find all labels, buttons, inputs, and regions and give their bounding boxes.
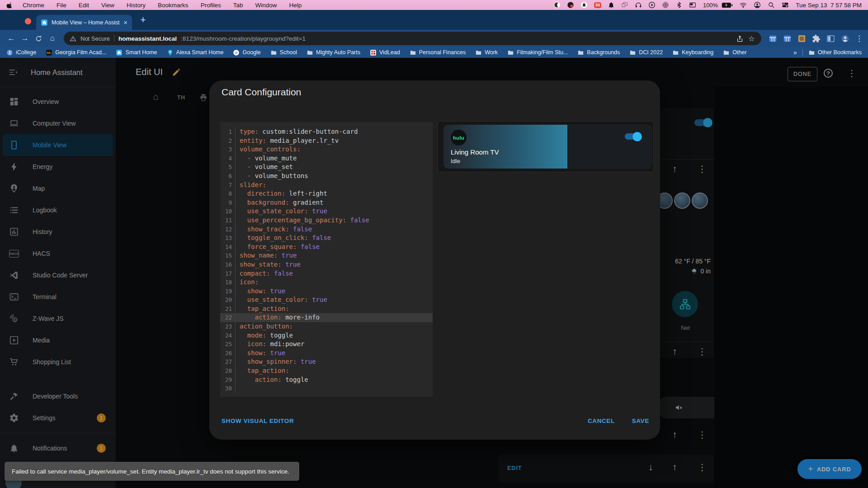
extension-icon-split[interactable] <box>826 34 835 43</box>
bookmark-item[interactable]: Keyboarding <box>672 49 713 56</box>
bookmark-item[interactable]: Other <box>723 49 746 56</box>
menu-item[interactable]: Bookmarks <box>158 2 189 9</box>
url-host: homeassistant.local <box>118 35 177 42</box>
spotlight-search-icon[interactable] <box>768 1 775 9</box>
error-toast[interactable]: Failed to call service media_player/volu… <box>5 462 299 481</box>
bookmark-item[interactable]: Alexa Smart Home <box>167 49 224 56</box>
bookmark-icon <box>116 49 123 56</box>
bookmark-item[interactable]: Backgrounds <box>577 49 620 56</box>
bookmark-icon <box>475 49 482 56</box>
status-icon[interactable] <box>635 1 642 9</box>
bookmark-item[interactable]: D2L Georgia Film Acad... <box>46 49 106 56</box>
security-label: Not Secure <box>80 35 110 42</box>
bookmark-label: Work <box>485 49 498 56</box>
status-icon[interactable] <box>662 1 669 9</box>
menu-item[interactable]: Help <box>289 2 302 9</box>
other-bookmarks-label: Other Bookmarks <box>818 49 862 56</box>
bookmark-label: School <box>280 49 297 56</box>
share-icon[interactable] <box>736 35 744 42</box>
bookmark-item[interactable]: DCI 2022 <box>629 49 663 56</box>
status-icon[interactable] <box>580 1 588 9</box>
menu-item[interactable]: View <box>101 2 114 9</box>
menu-bar-clock[interactable]: Tue Sep 13 7 57 58 PM <box>796 2 862 9</box>
menu-item[interactable]: Window <box>255 2 277 9</box>
cancel-button[interactable]: CANCEL <box>588 418 615 424</box>
bookmark-label: Personal Finances <box>419 49 466 56</box>
status-icon[interactable] <box>621 1 628 9</box>
status-icon[interactable] <box>553 1 561 9</box>
extensions-puzzle-icon[interactable] <box>812 34 821 43</box>
hulu-app-icon[interactable]: hulu <box>451 130 467 145</box>
new-tab-button[interactable]: + <box>140 14 146 26</box>
other-bookmarks-button[interactable]: Other Bookmarks <box>808 49 862 56</box>
status-icon[interactable] <box>675 1 683 9</box>
forward-button[interactable]: → <box>18 34 32 43</box>
bookmark-label: Other <box>732 49 746 56</box>
status-icon[interactable] <box>608 1 615 9</box>
browser-tab[interactable]: Mobile View – Home Assistant × <box>36 15 132 30</box>
bookmark-icon <box>270 49 277 56</box>
show-visual-editor-button[interactable]: SHOW VISUAL EDITOR <box>222 418 294 424</box>
menu-item[interactable]: History <box>127 2 146 9</box>
status-icon[interactable] <box>689 1 696 9</box>
user-switch-icon[interactable] <box>754 1 761 9</box>
browser-toolbar: ← → ⌂ Not Secure homeassistant.local :81… <box>0 30 868 47</box>
entity-state: Idle <box>451 158 460 164</box>
bookmark-icon <box>629 49 636 56</box>
bookmark-item[interactable]: G Google <box>233 49 260 56</box>
dialog-title: Card Configuration <box>222 87 301 98</box>
not-secure-icon[interactable] <box>70 35 76 42</box>
bookmark-item[interactable]: School <box>270 49 297 56</box>
menu-item[interactable]: Profiles <box>201 2 221 9</box>
menu-item[interactable]: Tab <box>233 2 243 9</box>
status-icon[interactable] <box>648 1 656 9</box>
toast-message: Failed to call service media_player/volu… <box>12 468 289 475</box>
apple-icon[interactable] <box>6 1 13 9</box>
bookmark-star-icon[interactable]: ☆ <box>748 35 755 42</box>
status-icon[interactable]: 33 <box>594 1 601 9</box>
extension-icon-sheets[interactable] <box>769 34 777 43</box>
bookmarks-right: » Other Bookmarks <box>793 49 862 56</box>
bookmark-item[interactable]: Work <box>475 49 498 56</box>
bookmark-item[interactable]: Mighty Auto Parts <box>307 49 360 56</box>
home-button[interactable]: ⌂ <box>46 34 59 43</box>
profile-avatar[interactable] <box>841 34 849 43</box>
macos-menu-bar: ChromeFileEditViewHistoryBookmarksProfil… <box>0 0 868 10</box>
battery-icon <box>722 2 733 8</box>
back-button[interactable]: ← <box>5 34 18 43</box>
bookmark-item[interactable]: VidLead <box>370 49 400 56</box>
save-button[interactable]: SAVE <box>632 418 649 424</box>
menu-item[interactable]: Chrome <box>23 2 44 9</box>
browser-menu-icon[interactable]: ⋮ <box>855 34 861 43</box>
wifi-icon[interactable] <box>740 1 747 9</box>
yaml-editor[interactable]: 1type: custom:slider-button-card2entity:… <box>220 122 433 397</box>
bookmark-icon <box>410 49 416 56</box>
url-path: :8123/mushroom-creation/playgrouynd?edit… <box>181 35 306 42</box>
address-bar[interactable]: Not Secure homeassistant.local :8123/mus… <box>64 32 761 45</box>
bookmark-item[interactable]: Smart Home <box>116 49 157 56</box>
reload-button[interactable] <box>35 35 42 42</box>
status-icon[interactable] <box>567 1 574 9</box>
bookmark-item[interactable]: Filmaking/Film Stu... <box>507 49 568 56</box>
close-window-button[interactable] <box>25 18 31 24</box>
menu-item[interactable]: File <box>57 2 66 9</box>
tab-close-icon[interactable]: × <box>123 19 127 26</box>
power-toggle[interactable] <box>625 133 641 140</box>
bookmark-icon: D2L <box>46 49 52 56</box>
bookmark-item[interactable]: Personal Finances <box>410 49 466 56</box>
bookmark-label: Alexa Smart Home <box>176 49 224 56</box>
extensions-area: ⋮ <box>766 34 863 43</box>
status-area: 33 100% Tue Sep 13 7 57 58 PM <box>553 1 862 9</box>
bookmark-icon <box>307 49 313 56</box>
bookmarks-overflow-button[interactable]: » <box>793 49 797 56</box>
entity-name: Living Room TV <box>451 148 499 156</box>
bookmark-icon <box>672 49 679 56</box>
menu-item[interactable]: Edit <box>79 2 89 9</box>
extension-icon-tan[interactable] <box>797 34 806 43</box>
bookmark-item[interactable]: iCollege <box>6 49 36 56</box>
slider-button-card[interactable]: hulu Living Room TV Idle <box>443 125 652 169</box>
extension-icon-grid[interactable] <box>783 34 792 43</box>
bookmark-icon <box>507 49 514 56</box>
control-center-icon[interactable] <box>782 1 789 9</box>
bookmark-label: Backgrounds <box>587 49 620 56</box>
